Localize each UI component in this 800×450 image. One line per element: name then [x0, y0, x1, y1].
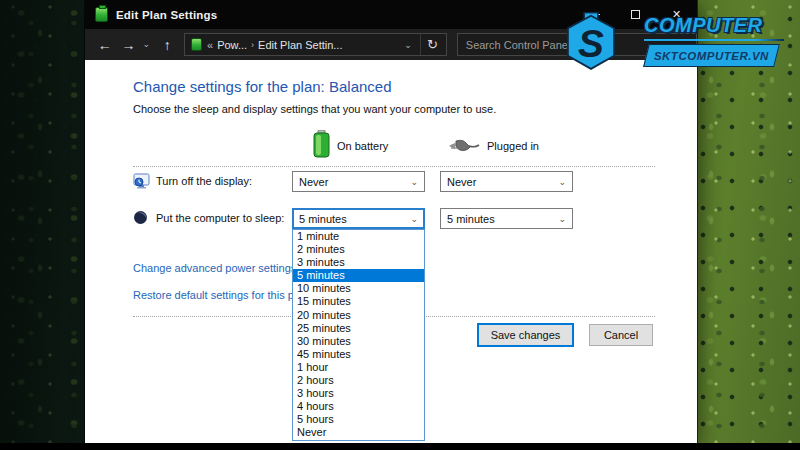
window-title: Edit Plan Settings — [116, 9, 217, 21]
address-dropdown-icon[interactable]: ⌄ — [396, 40, 420, 50]
breadcrumb-overflow-icon[interactable]: « — [207, 39, 213, 51]
dropdown-option[interactable]: 4 hours — [293, 400, 424, 413]
page-title: Change settings for the plan: Balanced — [133, 78, 392, 95]
selected-value: Never — [447, 176, 476, 188]
power-options-icon — [95, 7, 108, 22]
selected-value: 5 minutes — [447, 213, 495, 225]
chevron-down-icon: ⌄ — [558, 177, 566, 187]
change-advanced-power-settings-link[interactable]: Change advanced power settings — [133, 262, 296, 274]
watermark-site-banner: SKTCOMPUTER.VN — [643, 44, 780, 67]
sleep-settings-row: Put the computer to sleep: 5 minutes ⌄ 5… — [85, 208, 697, 230]
refresh-icon[interactable]: ↻ — [420, 34, 442, 55]
selected-value: Never — [299, 176, 328, 188]
chevron-down-icon: ⌄ — [410, 177, 418, 187]
plug-icon — [448, 138, 480, 158]
plugged-in-column-label: Plugged in — [487, 140, 539, 152]
dropdown-option[interactable]: 25 minutes — [293, 322, 424, 335]
power-options-icon — [191, 38, 202, 51]
cancel-button[interactable]: Cancel — [589, 324, 653, 346]
up-button[interactable]: ↑ — [156, 38, 178, 52]
dropdown-option[interactable]: 30 minutes — [293, 335, 424, 348]
chevron-down-icon: ⌄ — [558, 214, 566, 224]
breadcrumb-parent[interactable]: Pow... — [217, 39, 247, 51]
sleep-on-battery-select[interactable]: 5 minutes ⌄ — [292, 208, 425, 229]
letterbox-bar — [0, 443, 800, 450]
dropdown-option[interactable]: 1 hour — [293, 361, 424, 374]
on-battery-column-label: On battery — [337, 140, 388, 152]
dropdown-option[interactable]: 5 hours — [293, 413, 424, 426]
sktcomputer-hexagon-logo-icon: S — [546, 12, 636, 72]
sleep-moon-icon — [133, 210, 150, 227]
sleep-row-label: Put the computer to sleep: — [156, 212, 284, 224]
display-row-label: Turn off the display: — [156, 175, 252, 187]
breadcrumb-separator-icon: › — [251, 40, 254, 50]
dropdown-option[interactable]: 3 hours — [293, 387, 424, 400]
watermark-site-text: SKTCOMPUTER.VN — [654, 50, 769, 62]
sleep-plugged-in-select[interactable]: 5 minutes ⌄ — [440, 208, 573, 229]
sktcomputer-watermark: S COMPUTER SKTCOMPUTER.VN — [538, 6, 790, 70]
watermark-brand-text: COMPUTER — [644, 14, 790, 37]
battery-icon — [313, 130, 330, 162]
dropdown-option[interactable]: 15 minutes — [293, 295, 424, 308]
dropdown-option[interactable]: 3 minutes — [293, 256, 424, 269]
restore-default-settings-link[interactable]: Restore default settings for this plan — [133, 289, 308, 301]
chevron-down-icon: ⌄ — [410, 214, 418, 224]
display-settings-row: Turn off the display: Never ⌄ Never ⌄ — [85, 171, 697, 193]
content-area: Change settings for the plan: Balanced C… — [85, 60, 697, 443]
back-button[interactable]: ← — [94, 38, 116, 52]
dropdown-option[interactable]: Never — [293, 426, 424, 439]
dropdown-option[interactable]: 2 hours — [293, 374, 424, 387]
recent-locations-chevron-icon[interactable]: ⌄ — [140, 40, 152, 49]
dropdown-option[interactable]: 45 minutes — [293, 348, 424, 361]
save-changes-button[interactable]: Save changes — [478, 324, 573, 346]
dropdown-option[interactable]: 1 minute — [293, 230, 424, 243]
display-plugged-in-select[interactable]: Never ⌄ — [440, 171, 573, 192]
watermark-divider — [644, 39, 784, 41]
dropdown-option[interactable]: 20 minutes — [293, 309, 424, 322]
dropdown-option[interactable]: 5 minutes — [293, 269, 424, 282]
dropdown-option[interactable]: 10 minutes — [293, 282, 424, 295]
display-icon — [133, 173, 150, 190]
screen: Edit Plan Settings ✕ ← → ⌄ ↑ « Pow... › … — [0, 0, 800, 450]
separator — [133, 166, 655, 167]
selected-value: 5 minutes — [299, 213, 347, 225]
sleep-on-battery-dropdown-list: 1 minute2 minutes3 minutes5 minutes10 mi… — [292, 229, 425, 441]
svg-text:S: S — [578, 22, 604, 65]
breadcrumb-current[interactable]: Edit Plan Settin... — [258, 39, 342, 51]
forward-button[interactable]: → — [118, 38, 140, 52]
dropdown-options: 1 minute2 minutes3 minutes5 minutes10 mi… — [293, 230, 424, 440]
address-bar[interactable]: « Pow... › Edit Plan Settin... ⌄ ↻ — [184, 33, 447, 56]
display-on-battery-select[interactable]: Never ⌄ — [292, 171, 425, 192]
page-subtitle: Choose the sleep and display settings th… — [133, 103, 496, 115]
dropdown-option[interactable]: 2 minutes — [293, 243, 424, 256]
